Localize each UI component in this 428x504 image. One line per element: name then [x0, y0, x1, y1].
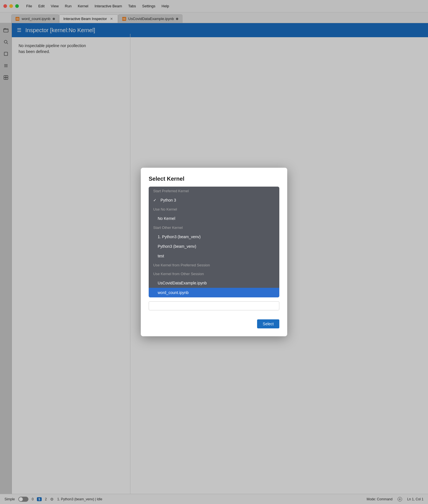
- dialog-title: Select Kernel: [149, 176, 279, 182]
- select-button[interactable]: Select: [257, 319, 279, 328]
- kernel-item-no-kernel[interactable]: No Kernel: [149, 214, 279, 223]
- kernel-dropdown: Start Preferred Kernel ✓ Python 3 Use No…: [149, 187, 279, 297]
- kernel-item-python3[interactable]: ✓ Python 3: [149, 195, 279, 205]
- dialog-input-area: [149, 301, 279, 314]
- section-start-preferred: Start Preferred Kernel: [149, 187, 279, 195]
- kernel-search-input[interactable]: [149, 301, 279, 310]
- check-mark-python3: ✓: [153, 198, 157, 202]
- kernel-item-beam1[interactable]: 1. Python3 (beam_venv): [149, 232, 279, 242]
- dialog-footer: Select: [149, 319, 279, 328]
- kernel-item-wordcount-session[interactable]: word_count.ipynb: [149, 288, 279, 297]
- kernel-label-no-kernel: No Kernel: [158, 216, 175, 221]
- kernel-item-beam2[interactable]: Python3 (beam_venv): [149, 242, 279, 251]
- kernel-label-wordcount-session: word_count.ipynb: [158, 290, 189, 295]
- modal-overlay: Select Kernel Start Preferred Kernel ✓ P…: [0, 0, 428, 504]
- select-kernel-dialog: Select Kernel Start Preferred Kernel ✓ P…: [141, 168, 287, 336]
- kernel-label-covid-session: UsCovidDataExample.ipynb: [158, 281, 207, 285]
- kernel-item-test[interactable]: test: [149, 251, 279, 261]
- kernel-label-test: test: [158, 254, 164, 258]
- kernel-label-beam2: Python3 (beam_venv): [158, 244, 196, 249]
- kernel-label-beam1: 1. Python3 (beam_venv): [158, 235, 201, 239]
- section-other-session: Use Kernel from Other Session: [149, 269, 279, 278]
- kernel-label-python3: Python 3: [160, 198, 176, 202]
- section-start-other: Start Other Kernel: [149, 223, 279, 232]
- section-preferred-session: Use Kernel from Preferred Session: [149, 261, 279, 269]
- kernel-item-covid-session[interactable]: UsCovidDataExample.ipynb: [149, 278, 279, 288]
- section-no-kernel: Use No Kernel: [149, 205, 279, 214]
